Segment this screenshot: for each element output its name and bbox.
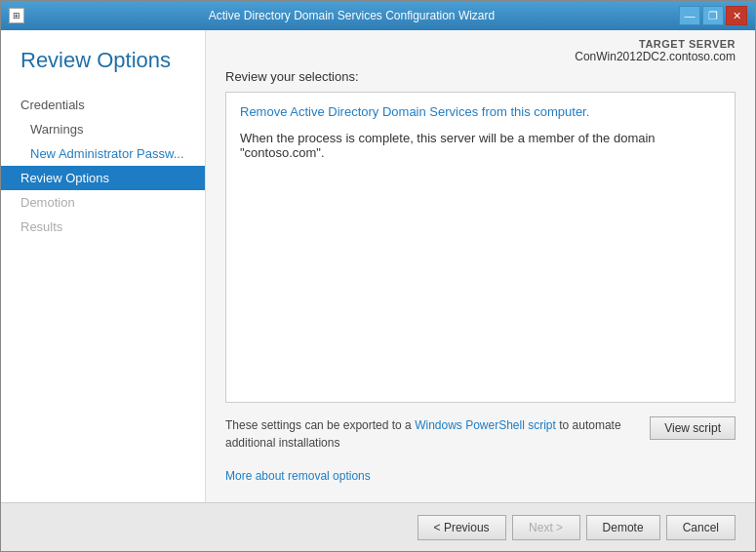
sidebar-nav: Credentials Warnings New Administrator P… — [1, 93, 205, 239]
minimize-button[interactable]: — — [679, 6, 700, 25]
selection-line-2: When the process is complete, this serve… — [240, 131, 721, 160]
view-script-button[interactable]: View script — [650, 416, 736, 440]
target-server-label: TARGET SERVER — [575, 38, 736, 50]
target-server-bar: TARGET SERVER ConWin2012DC2.contoso.com — [206, 30, 755, 69]
sidebar-header: Review Options — [1, 30, 205, 83]
sidebar-item-warnings[interactable]: Warnings — [1, 117, 205, 141]
window-controls: — ❐ ✕ — [679, 6, 747, 25]
bottom-bar: < Previous Next > Demote Cancel — [1, 502, 755, 551]
sidebar-item-credentials[interactable]: Credentials — [1, 93, 205, 117]
target-server-name: ConWin2012DC2.contoso.com — [575, 50, 736, 63]
demote-button[interactable]: Demote — [586, 515, 660, 540]
cancel-button[interactable]: Cancel — [666, 515, 736, 540]
selection-text-2: When the process is complete, this serve… — [240, 131, 656, 160]
sidebar-title: Review Options — [20, 48, 185, 73]
window-title: Active Directory Domain Services Configu… — [24, 9, 679, 22]
right-panel: TARGET SERVER ConWin2012DC2.contoso.com … — [206, 30, 755, 502]
more-about-removal-link[interactable]: More about removal options — [225, 469, 736, 483]
powershell-script-link[interactable]: Windows PowerShell script — [415, 418, 556, 432]
main-content: Review Options Credentials Warnings New … — [1, 30, 755, 502]
review-selections-label: Review your selections: — [225, 69, 736, 84]
window-icon: ⊞ — [9, 8, 24, 23]
close-button[interactable]: ✕ — [726, 6, 747, 25]
next-button[interactable]: Next > — [512, 515, 580, 540]
previous-button[interactable]: < Previous — [418, 515, 506, 540]
selection-text-1: Remove Active Directory Domain Services … — [240, 104, 589, 119]
selection-line-1: Remove Active Directory Domain Services … — [240, 104, 721, 119]
powershell-text1: These settings can be exported to a — [225, 418, 412, 432]
target-server-info: TARGET SERVER ConWin2012DC2.contoso.com — [575, 38, 736, 63]
sidebar-item-new-admin-password[interactable]: New Administrator Passw... — [1, 141, 205, 166]
powershell-row: These settings can be exported to a Wind… — [225, 416, 736, 459]
content-area: Review your selections: Remove Active Di… — [206, 69, 755, 502]
restore-button[interactable]: ❐ — [702, 6, 724, 25]
sidebar-item-results: Results — [1, 215, 205, 239]
title-bar: ⊞ Active Directory Domain Services Confi… — [1, 1, 755, 30]
sidebar-item-review-options[interactable]: Review Options — [1, 166, 205, 190]
sidebar: Review Options Credentials Warnings New … — [1, 30, 206, 502]
sidebar-item-demotion: Demotion — [1, 190, 205, 215]
powershell-note: These settings can be exported to a Wind… — [225, 416, 640, 452]
selections-box: Remove Active Directory Domain Services … — [225, 92, 736, 403]
main-window: ⊞ Active Directory Domain Services Confi… — [0, 0, 756, 552]
